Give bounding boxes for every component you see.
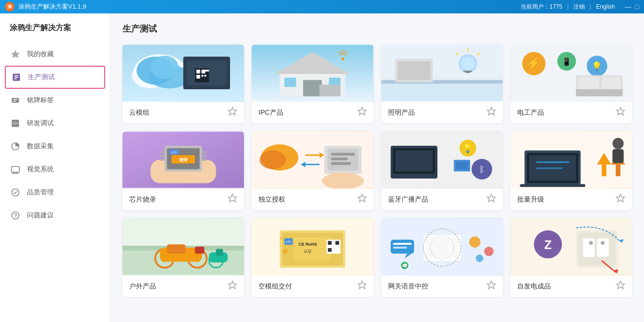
svg-marker-106 (487, 194, 495, 202)
sidebar-item-production-test[interactable]: 生产测试 (5, 66, 105, 89)
sidebar-icon-favorites (10, 48, 21, 60)
card-image-air-module: CE RoHS 认证 </> (252, 218, 373, 275)
svg-rect-31 (204, 75, 206, 77)
star-btn-upgrade[interactable] (616, 193, 625, 205)
product-card-outdoor[interactable]: 户外产品 (122, 218, 244, 297)
star-btn-chip-burn[interactable] (228, 193, 237, 205)
card-image-ipc (252, 44, 373, 102)
svg-rect-29 (196, 75, 200, 79)
sidebar-item-feedback[interactable]: ?问题建议 (0, 204, 110, 227)
sidebar-icon-quality (10, 187, 21, 198)
divider2: | (590, 3, 591, 10)
product-card-bluetooth[interactable]: 💡 ᛒ 蓝牙广播产品 (381, 131, 503, 210)
product-grid: 云模组 IPC产品 照明产品 (122, 44, 632, 297)
sidebar: 涂鸦生产解决方案 我的收藏生产测试铭牌标签</>研发调试数据采集视觉系统品质管理… (0, 13, 110, 322)
star-btn-cloud-module[interactable] (228, 107, 237, 119)
language-btn[interactable]: English (596, 3, 615, 10)
svg-rect-30 (202, 75, 204, 77)
svg-rect-130 (195, 247, 204, 254)
svg-text:CE RoHS: CE RoHS (299, 242, 317, 247)
svg-rect-76 (202, 159, 207, 161)
svg-rect-45 (381, 82, 503, 101)
svg-rect-32 (204, 70, 209, 72)
svg-rect-119 (612, 149, 623, 163)
product-card-ipc[interactable]: IPC产品 (252, 44, 373, 123)
svg-rect-115 (602, 165, 607, 176)
card-footer-gateway: 网关语音中控 (381, 275, 503, 297)
minimize-btn[interactable]: — (625, 3, 632, 11)
svg-rect-91 (331, 153, 355, 155)
svg-point-94 (322, 172, 364, 189)
svg-text:ᛒ: ᛒ (479, 165, 484, 174)
svg-point-160 (484, 247, 493, 256)
sidebar-item-rd-survey[interactable]: </>研发调试 (0, 112, 110, 135)
sidebar-icon-feedback: ? (10, 210, 21, 221)
sidebar-icon-vision (10, 164, 21, 175)
svg-rect-27 (196, 70, 200, 73)
svg-marker-164 (487, 281, 495, 289)
card-image-outdoor (122, 218, 244, 275)
svg-rect-73 (160, 159, 165, 161)
svg-point-146 (283, 249, 288, 254)
product-card-upgrade[interactable]: 批量升级 (510, 131, 632, 210)
product-name-self-gen: 自发电成品 (517, 282, 551, 291)
star-btn-bluetooth[interactable] (486, 193, 496, 205)
svg-marker-66 (617, 107, 625, 115)
card-footer-outdoor: 户外产品 (122, 275, 244, 297)
sidebar-icon-production-test (11, 72, 22, 83)
sidebar-item-data-collect[interactable]: 数据采集 (0, 135, 110, 158)
product-card-self-gen[interactable]: Z 自发电成品 (510, 218, 632, 297)
product-card-chip-burn[interactable]: 烧录 </> 芯片烧录 (122, 131, 244, 210)
star-btn-self-gen[interactable] (616, 280, 625, 292)
sidebar-items-container: 我的收藏生产测试铭牌标签</>研发调试数据采集视觉系统品质管理?问题建议 (0, 43, 110, 227)
sidebar-icon-rd-survey: </> (10, 118, 21, 129)
app-body: 涂鸦生产解决方案 我的收藏生产测试铭牌标签</>研发调试数据采集视觉系统品质管理… (0, 13, 644, 322)
svg-rect-156 (393, 247, 407, 249)
card-footer-cloud-module: 云模组 (122, 102, 244, 123)
svg-rect-99 (395, 151, 433, 172)
svg-rect-92 (331, 157, 348, 160)
product-card-lighting[interactable]: 照明产品 (381, 44, 503, 123)
svg-point-84 (260, 151, 286, 169)
svg-rect-171 (597, 238, 608, 257)
sidebar-item-nameplate[interactable]: 铭牌标签 (0, 89, 110, 112)
product-card-air-module[interactable]: CE RoHS 认证 </> 空模组交付 (252, 218, 373, 297)
star-btn-ipc[interactable] (357, 107, 367, 119)
card-footer-lighting: 照明产品 (381, 102, 503, 123)
star-btn-outdoor[interactable] (228, 280, 237, 292)
product-name-gateway: 网关语音中控 (388, 282, 428, 291)
card-image-chip-burn: 烧录 </> (122, 131, 244, 189)
card-image-electric: ⚡ 📱 💡 (510, 44, 632, 102)
star-btn-auth[interactable] (357, 193, 367, 205)
svg-marker-134 (229, 281, 237, 289)
svg-text:💡: 💡 (462, 143, 473, 154)
maximize-btn[interactable]: □ (635, 3, 639, 11)
svg-marker-0 (12, 50, 20, 58)
star-btn-electric[interactable] (616, 107, 625, 119)
svg-marker-177 (617, 281, 625, 289)
product-card-electric[interactable]: ⚡ 📱 💡 电工产品 (510, 44, 632, 123)
card-image-lighting (381, 44, 503, 102)
star-btn-lighting[interactable] (486, 107, 496, 119)
logout-btn[interactable]: 注销 (573, 3, 585, 11)
svg-rect-117 (616, 165, 620, 176)
divider: | (567, 3, 569, 10)
svg-text:💡: 💡 (592, 61, 602, 72)
product-name-ipc: IPC产品 (258, 108, 283, 117)
sidebar-item-vision[interactable]: 视觉系统 (0, 158, 110, 181)
sidebar-item-favorites[interactable]: 我的收藏 (0, 43, 110, 66)
product-name-upgrade: 批量升级 (517, 195, 544, 204)
star-btn-air-module[interactable] (357, 280, 367, 292)
card-image-bluetooth: 💡 ᛒ (381, 131, 503, 189)
sidebar-icon-data-collect (10, 141, 21, 152)
product-name-bluetooth: 蓝牙广播产品 (388, 195, 428, 204)
product-card-gateway[interactable]: 💬 网关语音中控 (381, 218, 503, 297)
svg-point-161 (475, 255, 483, 262)
sidebar-item-quality[interactable]: 品质管理 (0, 181, 110, 204)
product-card-auth[interactable]: 独立授权 (252, 131, 373, 210)
current-user-label: 当前用户：1775 (521, 3, 562, 11)
product-card-cloud-module[interactable]: 云模组 (122, 44, 244, 123)
star-btn-gateway[interactable] (486, 280, 496, 292)
card-footer-chip-burn: 芯片烧录 (122, 189, 244, 210)
product-name-outdoor: 户外产品 (129, 282, 156, 291)
